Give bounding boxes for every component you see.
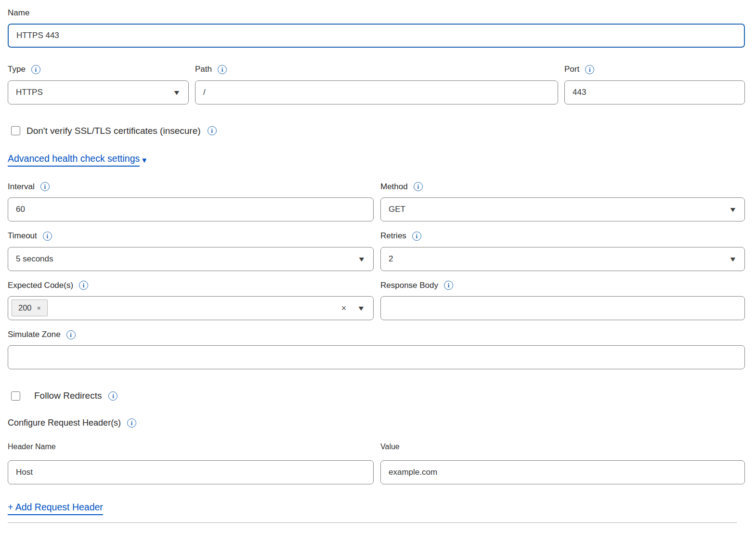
response-body-field-group: Response Body i [380, 281, 745, 320]
retries-select-value: 2 [389, 254, 393, 264]
chevron-down-icon[interactable]: ▼ [357, 305, 365, 312]
chevron-down-icon: ▼ [729, 256, 737, 262]
ssl-verify-info-icon[interactable]: i [208, 126, 217, 135]
port-label-text: Port [564, 65, 579, 74]
interval-field-group: Interval i [8, 182, 374, 221]
simulate-zone-info-icon[interactable]: i [66, 330, 76, 339]
timeout-select-value: 5 seconds [16, 254, 53, 264]
follow-redirects-label: Follow Redirects [34, 390, 102, 401]
retries-info-icon[interactable]: i [412, 232, 421, 241]
path-input[interactable] [195, 80, 558, 104]
clear-all-icon[interactable]: × [341, 304, 347, 312]
path-info-icon[interactable]: i [218, 65, 227, 74]
expected-codes-info-icon[interactable]: i [79, 281, 88, 290]
header-value-label-text: Value [380, 442, 400, 451]
timeout-select[interactable]: 5 seconds ▼ [8, 247, 374, 271]
type-field-group: Type i HTTPS ▼ [8, 65, 189, 104]
timeout-label-text: Timeout [8, 231, 37, 241]
timeout-label: Timeout i [8, 231, 374, 241]
expected-code-tag: 200 × [12, 299, 48, 316]
follow-redirects-row: Follow Redirects i [8, 390, 745, 401]
header-name-label: Header Name [8, 442, 374, 451]
simulate-zone-label-text: Simulate Zone [8, 330, 61, 339]
interval-input[interactable] [8, 197, 374, 221]
retries-label-text: Retries [380, 231, 406, 241]
simulate-zone-field-group: Simulate Zone i [8, 330, 745, 369]
caret-down-icon: ▼ [141, 156, 148, 164]
timeout-info-icon[interactable]: i [43, 232, 52, 241]
response-body-info-icon[interactable]: i [444, 281, 453, 290]
timeout-field-group: Timeout i 5 seconds ▼ [8, 231, 374, 271]
request-headers-info-icon[interactable]: i [127, 418, 136, 428]
request-header-row: Header Name Value [8, 442, 745, 484]
response-body-input[interactable] [380, 296, 745, 320]
port-field-group: Port i [564, 65, 745, 104]
method-field-group: Method i GET ▼ [380, 182, 745, 221]
expected-codes-multiselect[interactable]: 200 × × ▼ [8, 296, 374, 320]
header-value-input[interactable] [380, 460, 745, 484]
response-body-label: Response Body i [380, 281, 745, 290]
type-path-port-row: Type i HTTPS ▼ Path i Port i [8, 65, 745, 104]
method-select[interactable]: GET ▼ [380, 197, 745, 221]
advanced-settings-grid: Interval i Method i GET ▼ Timeout i 5 se… [8, 182, 745, 320]
health-check-form: Name Type i HTTPS ▼ Path i Port i [0, 0, 756, 523]
type-select-value: HTTPS [16, 88, 43, 97]
retries-select[interactable]: 2 ▼ [380, 247, 745, 271]
retries-field-group: Retries i 2 ▼ [380, 231, 745, 271]
header-value-field-group: Value [380, 442, 745, 484]
path-field-group: Path i [195, 65, 558, 104]
request-headers-heading: Configure Request Header(s) i [8, 418, 745, 428]
name-label-text: Name [8, 8, 29, 18]
header-name-field-group: Header Name [8, 442, 374, 484]
header-name-input[interactable] [8, 460, 374, 484]
add-request-header-row: + Add Request Header [8, 502, 745, 515]
name-input[interactable] [8, 24, 745, 48]
advanced-settings-link[interactable]: Advanced health check settings ▼ [8, 153, 148, 167]
add-request-header-link[interactable]: + Add Request Header [8, 502, 103, 515]
port-input[interactable] [564, 80, 745, 104]
expected-codes-label-text: Expected Code(s) [8, 281, 73, 290]
method-info-icon[interactable]: i [414, 182, 423, 191]
path-label-text: Path [195, 65, 212, 74]
expected-code-tag-value: 200 [18, 303, 32, 312]
section-divider [8, 522, 737, 523]
advanced-settings-link-text: Advanced health check settings [8, 153, 140, 167]
follow-redirects-checkbox[interactable] [11, 391, 20, 401]
response-body-label-text: Response Body [380, 281, 438, 290]
multiselect-controls: × ▼ [341, 304, 365, 312]
method-select-value: GET [389, 205, 405, 214]
type-select[interactable]: HTTPS ▼ [8, 80, 189, 104]
method-label-text: Method [380, 182, 408, 192]
interval-info-icon[interactable]: i [40, 182, 50, 191]
method-label: Method i [380, 182, 745, 192]
type-label: Type i [8, 65, 189, 74]
ssl-verify-checkbox-row: Don't verify SSL/TLS certificates (insec… [8, 126, 745, 136]
name-label: Name [8, 8, 745, 18]
tag-remove-icon[interactable]: × [37, 305, 41, 312]
chevron-down-icon: ▼ [357, 256, 365, 262]
name-field-group: Name [8, 8, 745, 48]
header-value-label: Value [380, 442, 745, 451]
simulate-zone-label: Simulate Zone i [8, 330, 745, 339]
expected-codes-label: Expected Code(s) i [8, 281, 374, 290]
interval-label-text: Interval [8, 182, 35, 192]
follow-redirects-info-icon[interactable]: i [108, 391, 117, 401]
request-headers-heading-text: Configure Request Header(s) [8, 418, 121, 428]
type-label-text: Type [8, 65, 26, 74]
expected-codes-field-group: Expected Code(s) i 200 × × ▼ [8, 281, 374, 320]
advanced-settings-row: Advanced health check settings ▼ [8, 153, 745, 167]
chevron-down-icon: ▼ [729, 206, 737, 213]
header-name-label-text: Header Name [8, 442, 56, 451]
ssl-verify-checkbox[interactable] [11, 126, 20, 135]
path-label: Path i [195, 65, 558, 74]
port-info-icon[interactable]: i [585, 65, 594, 74]
port-label: Port i [564, 65, 745, 74]
interval-label: Interval i [8, 182, 374, 192]
retries-label: Retries i [380, 231, 745, 241]
ssl-verify-checkbox-label: Don't verify SSL/TLS certificates (insec… [26, 126, 201, 136]
chevron-down-icon: ▼ [172, 89, 181, 96]
simulate-zone-input[interactable] [8, 345, 745, 369]
type-info-icon[interactable]: i [31, 65, 40, 74]
